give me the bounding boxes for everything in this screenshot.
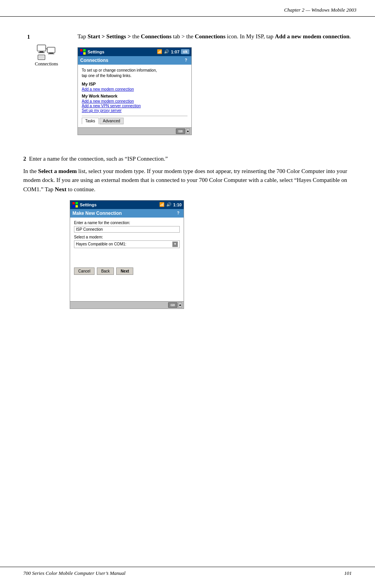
spacer2	[74, 275, 180, 298]
screen-link-2[interactable]: Add a new modem connection	[82, 99, 188, 103]
my-work-title: My Work Network	[82, 94, 188, 98]
scroll-up-2[interactable]: ▲	[178, 302, 182, 308]
screen-buttons-2: Cancel Back Next	[74, 267, 180, 275]
titlebar-right-2: 📶 🔊 1:10	[159, 202, 182, 207]
keyboard-icon-2: ⌨	[168, 302, 177, 308]
next-bold: Next	[55, 186, 67, 192]
screen-time-1: 1:07	[171, 50, 179, 54]
titlebar-left-1: Settings	[80, 49, 104, 55]
svg-rect-16	[76, 205, 78, 207]
screen-label-2: Select a modem:	[74, 235, 180, 239]
next-button[interactable]: Next	[116, 267, 133, 275]
connections-svg	[36, 44, 57, 60]
info-icon-1: ?	[183, 57, 189, 63]
screen-footer-1: ⌨ ▲	[78, 127, 191, 135]
antenna-icon-2: 📶	[159, 202, 165, 207]
screen-tab-tasks[interactable]: Tasks	[82, 118, 99, 124]
screen-label-1: Enter a name for the connection:	[74, 221, 180, 225]
start-bold: Start > Settings >	[88, 33, 131, 39]
screen-footer-2: ⌨ ▲	[70, 301, 184, 309]
svg-rect-12	[83, 52, 86, 55]
step-2-container: 2 Enter a name for the connection, such …	[23, 154, 352, 309]
spacer	[74, 250, 180, 261]
chapter-title: Chapter 2 — Windows Mobile 2003	[284, 7, 356, 13]
cancel-button[interactable]: Cancel	[74, 267, 95, 275]
screen-tab-advanced[interactable]: Advanced	[100, 118, 124, 124]
step-2-text: 2 Enter a name for the connection, such …	[23, 154, 352, 163]
step-1-right: Tap Start > Settings > the Connections t…	[70, 32, 352, 143]
footer-right: 101	[344, 570, 352, 576]
windows-flag-icon-2	[72, 202, 78, 208]
toolbar-title-2: Make New Connection	[72, 211, 122, 216]
step-1-left: 1 Connections	[23, 32, 70, 143]
screen-title-1: Settings	[88, 50, 104, 54]
svg-rect-11	[80, 52, 83, 55]
antenna-icon: 📶	[157, 49, 162, 54]
svg-rect-1	[40, 51, 43, 52]
svg-rect-10	[83, 49, 86, 51]
svg-rect-15	[72, 205, 75, 207]
screen-toolbar-1: Connections ?	[78, 56, 191, 65]
svg-rect-14	[76, 202, 78, 204]
select-arrow-icon: ▼	[172, 242, 178, 247]
toolbar-title-1: Connections	[80, 58, 108, 63]
step-1-text: Tap Start > Settings > the Connections t…	[77, 32, 352, 41]
ok-button-1[interactable]: ok	[181, 49, 189, 54]
page-content: 1 Connections	[0, 17, 375, 344]
screen-title-2: Settings	[80, 202, 96, 207]
volume-icon: 🔊	[164, 49, 169, 54]
screen-mockup-1: Settings 📶 🔊 1:07 ok Connections ?	[77, 47, 192, 135]
step-1-number: 1	[27, 34, 30, 40]
svg-rect-4	[49, 53, 53, 53]
step-1-container: 1 Connections	[23, 32, 352, 143]
volume-icon-2: 🔊	[166, 202, 172, 207]
page-header: Chapter 2 — Windows Mobile 2003	[0, 0, 375, 17]
svg-rect-0	[37, 45, 46, 51]
screen-link-1[interactable]: Add a new modem connection	[82, 87, 188, 91]
my-isp-title: My ISP	[82, 82, 188, 86]
screen-titlebar-2: Settings 📶 🔊 1:10	[70, 201, 184, 209]
screen-body-2: Enter a name for the connection: ISP Con…	[70, 218, 184, 301]
keyboard-icon-1: ⌨	[176, 129, 185, 134]
svg-rect-5	[48, 53, 54, 54]
svg-rect-3	[47, 47, 55, 53]
screen-select-1[interactable]: Hayes Compatible on COM1: ▼	[74, 240, 180, 248]
svg-rect-8	[39, 56, 44, 58]
titlebar-left-2: Settings	[72, 202, 96, 208]
scroll-up-1[interactable]: ▲	[186, 129, 190, 134]
back-button[interactable]: Back	[97, 267, 114, 275]
connections-tab-bold: Connections	[141, 33, 172, 39]
svg-rect-2	[38, 52, 45, 53]
screen-mockup-2: Settings 📶 🔊 1:10 Make New Connection ? …	[70, 200, 184, 309]
screen-input-1[interactable]: ISP Connection	[74, 226, 180, 233]
svg-rect-9	[80, 49, 83, 51]
step-2-number: 2	[23, 156, 26, 162]
info-icon-2: ?	[175, 210, 181, 216]
screen-titlebar-1: Settings 📶 🔊 1:07 ok	[78, 48, 191, 56]
svg-rect-13	[72, 202, 75, 204]
connections-label: Connections	[35, 61, 58, 67]
screen2-wrapper: Settings 📶 🔊 1:10 Make New Connection ? …	[23, 200, 352, 309]
screen-time-2: 1:10	[173, 202, 182, 207]
windows-flag-icon	[80, 49, 86, 55]
screen-link-3[interactable]: Add a new VPN server connection	[82, 104, 188, 108]
page-footer: 700 Series Color Mobile Computer User’s …	[0, 567, 375, 576]
select-modem-bold: Select a modem	[38, 168, 77, 174]
screen-description-1: To set up or change connection informati…	[82, 68, 188, 79]
step-2-para: In the Select a modem list, select your …	[23, 167, 352, 194]
screen-toolbar-2: Make New Connection ?	[70, 209, 184, 218]
connections-icon-bold: Connections	[195, 33, 225, 39]
add-modem-bold: Add a new modem connection	[275, 33, 350, 39]
footer-left: 700 Series Color Mobile Computer User’s …	[23, 570, 126, 576]
screen-link-4[interactable]: Set up my proxy server	[82, 108, 188, 113]
connections-icon: Connections	[35, 44, 58, 67]
screen-body-1: To set up or change connection informati…	[78, 65, 191, 127]
titlebar-right-1: 📶 🔊 1:07 ok	[157, 49, 189, 54]
screen-tabs-1: Tasks Advanced	[82, 116, 188, 124]
